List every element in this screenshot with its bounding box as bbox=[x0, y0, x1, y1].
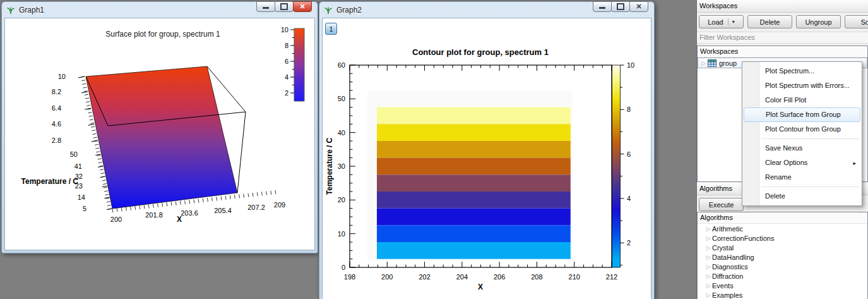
load-dropdown-icon[interactable]: ▾ bbox=[728, 18, 735, 25]
expander-icon[interactable]: ▷ bbox=[705, 226, 712, 232]
svg-text:50: 50 bbox=[338, 95, 345, 102]
svg-text:198: 198 bbox=[344, 273, 355, 281]
close-icon: ✕ bbox=[299, 3, 305, 10]
graph2-x-axis-label: X bbox=[478, 283, 483, 291]
graph1-maximize-button[interactable] bbox=[275, 1, 294, 12]
expander-icon[interactable]: ▷ bbox=[705, 292, 712, 298]
svg-text:2: 2 bbox=[627, 239, 631, 247]
algorithm-category-correctionfunctions[interactable]: ▷CorrectionFunctions bbox=[698, 233, 867, 243]
workspaces-dock-title: Workspaces bbox=[697, 0, 868, 13]
graph2-window[interactable]: Graph2 ✕ 1 Contour plot for group, spect… bbox=[319, 1, 655, 299]
graph1-plot-title: Surface plot for group, spectrum 1 bbox=[105, 30, 220, 39]
svg-text:40: 40 bbox=[338, 129, 345, 137]
workspaces-toolbar: Load ▾ Delete Ungroup Sort bbox=[697, 13, 868, 32]
algorithms-tree[interactable]: Algorithms ▷Arithmetic▷CorrectionFunctio… bbox=[697, 212, 868, 299]
svg-text:208: 208 bbox=[531, 273, 542, 281]
graph2-plot-title: Contour plot for group, spectrum 1 bbox=[412, 47, 549, 57]
svg-text:41: 41 bbox=[74, 162, 82, 170]
svg-text:2: 2 bbox=[285, 89, 288, 97]
menu-item-color-fill-plot[interactable]: Color Fill Plot bbox=[742, 93, 862, 107]
filter-workspaces-input[interactable]: Filter Workspaces bbox=[697, 32, 868, 44]
svg-text:60: 60 bbox=[338, 61, 345, 69]
minimize-icon bbox=[599, 7, 605, 9]
graph2-y-axis-label: Temperature / C bbox=[325, 137, 334, 195]
graph2-close-button[interactable]: ✕ bbox=[629, 1, 648, 12]
svg-text:200: 200 bbox=[110, 216, 122, 223]
svg-text:210: 210 bbox=[569, 273, 580, 281]
graph1-window-title: Graph1 bbox=[19, 6, 44, 15]
delete-button[interactable]: Delete bbox=[747, 15, 792, 28]
algorithm-category-label: Arithmetic bbox=[712, 225, 743, 233]
menu-item-clear-options[interactable]: Clear Options▸ bbox=[742, 156, 862, 170]
menu-item-save-nexus[interactable]: Save Nexus bbox=[742, 141, 862, 156]
algorithm-category-diffraction[interactable]: ▷Diffraction bbox=[698, 271, 867, 281]
graph2-canvas[interactable]: 1 Contour plot for group, spectrum 1 198… bbox=[322, 18, 651, 299]
graph2-minimize-button[interactable] bbox=[593, 1, 612, 12]
expander-icon[interactable]: ▷ bbox=[705, 235, 712, 241]
graph2-titlebar[interactable]: Graph2 ✕ bbox=[319, 2, 654, 18]
algorithm-category-datahandling[interactable]: ▷DataHandling bbox=[698, 252, 867, 262]
svg-text:206: 206 bbox=[494, 273, 505, 281]
graph1-close-button[interactable]: ✕ bbox=[293, 1, 312, 12]
expander-icon[interactable]: ▷ bbox=[705, 264, 712, 270]
svg-text:8: 8 bbox=[285, 42, 288, 49]
expander-icon[interactable]: ▷ bbox=[705, 273, 712, 279]
expander-icon[interactable]: ▷ bbox=[700, 60, 707, 66]
menu-item-plot-surface-from-group[interactable]: Plot Surface from Group bbox=[744, 107, 860, 122]
mantid-logo-icon bbox=[324, 6, 333, 15]
close-icon: ✕ bbox=[636, 3, 641, 10]
graph2-colorbar bbox=[612, 65, 621, 267]
menu-item-plot-spectrum[interactable]: Plot Spectrum... bbox=[742, 64, 862, 78]
svg-text:10: 10 bbox=[338, 230, 345, 238]
svg-text:4: 4 bbox=[285, 73, 288, 81]
svg-text:0: 0 bbox=[342, 264, 345, 271]
menu-item-rename[interactable]: Rename bbox=[742, 170, 862, 185]
algorithm-category-arithmetic[interactable]: ▷Arithmetic bbox=[698, 224, 867, 233]
maximize-icon bbox=[617, 3, 624, 10]
workspace-group-icon bbox=[708, 59, 716, 67]
algorithm-category-diagnostics[interactable]: ▷Diagnostics bbox=[698, 262, 867, 271]
menu-separator bbox=[761, 138, 859, 139]
submenu-arrow-icon: ▸ bbox=[853, 156, 856, 171]
svg-text:4.6: 4.6 bbox=[52, 120, 61, 128]
graph1-minimize-button[interactable] bbox=[256, 1, 275, 12]
svg-text:10: 10 bbox=[281, 26, 288, 34]
svg-text:202: 202 bbox=[419, 273, 430, 281]
surface-plot[interactable]: Surface plot for group, spectrum 1 10864… bbox=[7, 20, 315, 250]
svg-text:20: 20 bbox=[338, 196, 345, 204]
load-button[interactable]: Load ▾ bbox=[699, 15, 744, 28]
algorithm-category-crystal[interactable]: ▷Crystal bbox=[698, 243, 867, 252]
workspace-item-label: group bbox=[719, 59, 737, 67]
svg-text:8.2: 8.2 bbox=[52, 88, 61, 95]
menu-item-plot-spectrum-with-errors[interactable]: Plot Spectrum with Errors... bbox=[742, 78, 862, 93]
sort-button[interactable]: Sort bbox=[845, 15, 868, 28]
graph2-window-title: Graph2 bbox=[336, 6, 362, 15]
algorithm-category-label: Crystal bbox=[712, 244, 734, 252]
expander-icon[interactable]: ▷ bbox=[705, 245, 712, 251]
execute-button[interactable]: Execute bbox=[699, 198, 744, 211]
algorithm-category-label: Diffraction bbox=[712, 272, 743, 280]
graph1-canvas[interactable]: Surface plot for group, spectrum 1 10864… bbox=[4, 18, 315, 250]
menu-item-delete[interactable]: Delete bbox=[742, 189, 862, 204]
svg-text:5: 5 bbox=[83, 205, 86, 212]
algorithm-category-label: DataHandling bbox=[712, 253, 754, 261]
svg-text:10: 10 bbox=[58, 73, 66, 80]
menu-item-plot-contour-from-group[interactable]: Plot Contour from Group bbox=[742, 122, 862, 137]
expander-icon[interactable]: ▷ bbox=[705, 254, 712, 260]
ungroup-button[interactable]: Ungroup bbox=[796, 15, 841, 28]
svg-text:205.4: 205.4 bbox=[214, 207, 232, 214]
graph1-window[interactable]: Graph1 ✕ Surface plot for group, spec bbox=[1, 1, 318, 253]
graph1-titlebar[interactable]: Graph1 ✕ bbox=[2, 2, 318, 18]
svg-text:8: 8 bbox=[627, 106, 631, 113]
algorithm-category-examples[interactable]: ▷Examples bbox=[698, 290, 867, 299]
minimize-icon bbox=[263, 7, 269, 9]
graph2-maximize-button[interactable] bbox=[611, 1, 630, 12]
contour-plot[interactable]: Contour plot for group, spectrum 1 19820… bbox=[322, 20, 651, 299]
svg-text:200: 200 bbox=[381, 273, 393, 281]
graph2-layer-button[interactable]: 1 bbox=[325, 23, 337, 35]
algorithm-category-events[interactable]: ▷Events bbox=[698, 281, 867, 290]
expander-icon[interactable]: ▷ bbox=[705, 283, 712, 289]
maximize-icon bbox=[280, 3, 288, 10]
algorithm-category-label: Examples bbox=[712, 291, 742, 299]
svg-text:204: 204 bbox=[456, 273, 468, 281]
